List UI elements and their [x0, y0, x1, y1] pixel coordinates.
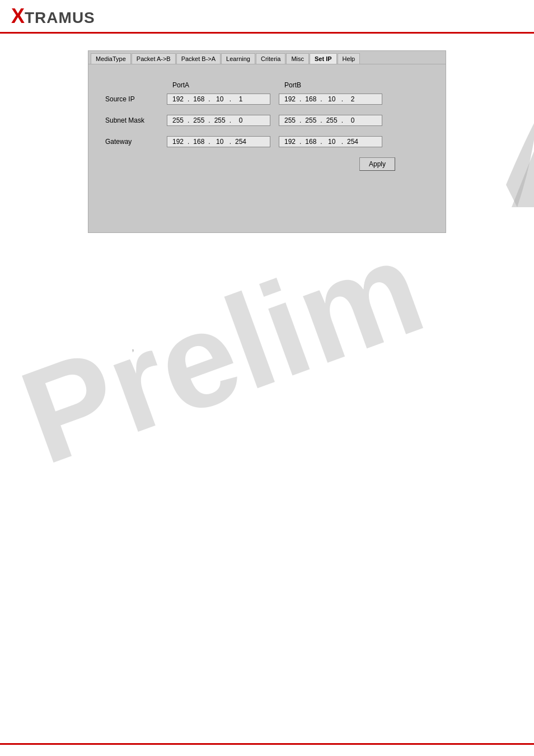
tab-help[interactable]: Help	[338, 53, 360, 64]
porta-gw-oct4[interactable]	[232, 138, 249, 146]
portb-gw-oct2[interactable]	[302, 138, 319, 146]
portb-subnet-mask[interactable]: . . .	[279, 115, 382, 126]
porta-sub-oct4[interactable]	[232, 116, 249, 124]
tab-learning[interactable]: Learning	[221, 53, 255, 64]
tab-set-ip[interactable]: Set IP	[310, 53, 337, 64]
source-ip-row: Source IP . . . . .	[105, 94, 429, 105]
gateway-row: Gateway . . . . .	[105, 136, 429, 147]
subnet-mask-label: Subnet Mask	[105, 116, 167, 124]
portb-sub-oct1[interactable]	[282, 116, 298, 124]
porta-gw-oct1[interactable]	[170, 138, 186, 146]
porta-label: PortA	[172, 81, 284, 89]
tab-criteria[interactable]: Criteria	[256, 53, 285, 64]
watermark: Prelim	[8, 225, 435, 479]
watermark-comma: ,	[132, 342, 134, 353]
port-headers: PortA PortB	[172, 81, 429, 89]
porta-src-oct3[interactable]	[212, 95, 228, 103]
logo-x: X	[11, 6, 25, 26]
porta-gw-oct3[interactable]	[212, 138, 228, 146]
porta-sub-oct1[interactable]	[170, 116, 186, 124]
header: X TRAMUS	[0, 0, 534, 34]
portb-src-oct2[interactable]	[302, 95, 319, 103]
porta-src-oct4[interactable]	[232, 95, 249, 103]
porta-sub-oct3[interactable]	[212, 116, 228, 124]
portb-sub-oct3[interactable]	[324, 116, 340, 124]
tab-mediatype[interactable]: MediaType	[91, 53, 131, 64]
tab-packet-ab[interactable]: Packet A->B	[132, 53, 176, 64]
portb-sub-oct2[interactable]	[302, 116, 319, 124]
footer-line	[0, 743, 534, 745]
apply-button[interactable]: Apply	[359, 157, 395, 171]
porta-src-oct1[interactable]	[170, 95, 186, 103]
subnet-mask-row: Subnet Mask . . . . .	[105, 115, 429, 126]
porta-subnet-mask[interactable]: . . .	[167, 115, 270, 126]
main-content: MediaType Packet A->B Packet B->A Learni…	[0, 34, 534, 250]
portb-src-oct4[interactable]	[344, 95, 361, 103]
panel-body: PortA PortB Source IP . . .	[88, 64, 446, 232]
portb-gw-oct4[interactable]	[344, 138, 361, 146]
logo: X TRAMUS	[11, 6, 95, 26]
portb-src-oct3[interactable]	[324, 95, 340, 103]
portb-sub-oct4[interactable]	[344, 116, 361, 124]
portb-gw-oct1[interactable]	[282, 138, 298, 146]
porta-sub-oct2[interactable]	[190, 116, 207, 124]
logo-text: TRAMUS	[25, 10, 95, 26]
porta-src-oct2[interactable]	[190, 95, 207, 103]
portb-src-oct1[interactable]	[282, 95, 298, 103]
portb-source-ip[interactable]: . . .	[279, 94, 382, 105]
panel: MediaType Packet A->B Packet B->A Learni…	[88, 50, 446, 233]
portb-gw-oct3[interactable]	[324, 138, 340, 146]
source-ip-label: Source IP	[105, 95, 167, 103]
tab-packet-ba[interactable]: Packet B->A	[176, 53, 221, 64]
tab-bar: MediaType Packet A->B Packet B->A Learni…	[88, 51, 446, 64]
portb-gateway[interactable]: . . .	[279, 136, 382, 147]
gateway-label: Gateway	[105, 138, 167, 146]
apply-row: Apply	[105, 157, 429, 171]
porta-source-ip[interactable]: . . .	[167, 94, 270, 105]
porta-gateway[interactable]: . . .	[167, 136, 270, 147]
portb-label: PortB	[284, 81, 396, 89]
porta-gw-oct2[interactable]	[190, 138, 207, 146]
tab-misc[interactable]: Misc	[286, 53, 309, 64]
ip-form: PortA PortB Source IP . . .	[105, 81, 429, 171]
